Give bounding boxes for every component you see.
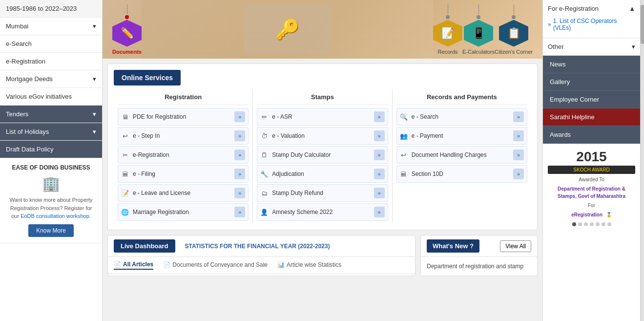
dot-6[interactable] <box>602 222 605 226</box>
dot-2[interactable] <box>578 222 582 226</box>
service-e-registration[interactable]: ✂ e-Registration » <box>118 146 249 164</box>
amnesty-arrow-icon[interactable]: » <box>374 207 385 217</box>
nav-employee-corner[interactable]: Employee Corner <box>543 91 640 108</box>
dot-5[interactable] <box>596 222 600 226</box>
dashboard-tabs: 📄 All Articles 📄 Documents of Conveyance… <box>108 257 415 274</box>
service-e-valuation[interactable]: ⏱ e - Valuation » <box>257 127 388 145</box>
filing-icon: 🏛 <box>121 171 129 178</box>
e-reg-arrow-icon[interactable]: » <box>234 150 245 160</box>
service-stamp-duty-calc[interactable]: 🗒 Stamp Duty Calculator » <box>257 146 388 164</box>
nav-awards[interactable]: Awards <box>543 126 640 144</box>
e-asr-arrow-icon[interactable]: » <box>374 111 385 122</box>
banner-records[interactable]: 📝 Records <box>433 4 462 55</box>
nav-news[interactable]: News <box>543 56 640 73</box>
documents-label: Documents <box>112 49 142 55</box>
services-grid: Registration 🖥 PDE for Registration » ↩ … <box>108 89 537 222</box>
e-valuation-icon: ⏱ <box>260 132 268 140</box>
sidebar-item-e-registration[interactable]: e-Registration <box>0 53 102 70</box>
records-icon: 📝 <box>433 20 462 47</box>
banner-citizens-corner[interactable]: 📋 Citizen's Corner <box>495 4 533 55</box>
e-registration-header[interactable]: For e-Registration ▲ <box>548 5 635 12</box>
citizens-corner-label: Citizen's Corner <box>495 49 533 55</box>
stamp-duty-calc-arrow-icon[interactable]: » <box>374 150 385 160</box>
tab-article-stats[interactable]: 📊 Article wise Statistics <box>277 261 341 270</box>
service-marriage-reg[interactable]: 🌐 Marriage Registration » <box>118 203 249 221</box>
service-e-payment[interactable]: 👥 e - Payment » <box>396 127 527 145</box>
csc-link-arrow-icon: » <box>548 21 551 28</box>
service-e-leave-license[interactable]: 📝 e - Leave and License » <box>118 184 249 202</box>
scrollbar[interactable] <box>640 0 644 321</box>
service-e-filing[interactable]: 🏛 e - Filing » <box>118 165 249 183</box>
service-e-search[interactable]: 🔍 e - Search » <box>396 108 527 126</box>
holidays-arrow-icon: ▾ <box>93 128 96 135</box>
adjudication-arrow-icon[interactable]: » <box>374 169 385 179</box>
sidebar-item-mumbai[interactable]: Mumbai ▾ <box>0 18 102 35</box>
service-section10d[interactable]: 🏛 Section 10D » <box>396 165 527 183</box>
nav-sarathi-helpline[interactable]: Sarathi Helpline <box>543 108 640 126</box>
section10d-arrow-icon[interactable]: » <box>513 169 524 179</box>
sidebar-item-year-range[interactable]: 1985-1986 to 2022–2023 <box>0 0 102 18</box>
registration-heading: Registration <box>118 89 249 105</box>
award-year: 2015 <box>548 149 635 165</box>
e-registration-collapse-icon: ▲ <box>629 5 635 12</box>
service-amnesty[interactable]: 👤 Amnesty Scheme 2022 » <box>257 203 388 221</box>
dot-3[interactable] <box>584 222 588 226</box>
filing-arrow-icon[interactable]: » <box>234 169 245 179</box>
e-valuation-arrow-icon[interactable]: » <box>374 130 385 141</box>
e-payment-arrow-icon[interactable]: » <box>513 130 524 141</box>
leave-license-arrow-icon[interactable]: » <box>234 188 245 198</box>
stamps-column: Stamps ✏ e - ASR » ⏱ e - Valuation » <box>253 89 392 222</box>
sidebar-item-draft-data-policy[interactable]: Draft Data Policy <box>0 141 102 158</box>
dashboard-panel: Live Dashboard STATISTICS FOR THE FINANC… <box>107 235 415 276</box>
service-e-asr[interactable]: ✏ e - ASR » <box>257 108 388 126</box>
view-all-button[interactable]: View All <box>500 240 531 252</box>
tab-docs-conveyance[interactable]: 📄 Documents of Conveyance and Sale <box>163 261 268 270</box>
main-content: ✏️ Documents 🔑 📝 Records 📱 E-Calculators… <box>103 0 542 321</box>
tab-all-articles[interactable]: 📄 All Articles <box>114 261 153 270</box>
dashboard-header: Live Dashboard STATISTICS FOR THE FINANC… <box>108 235 415 257</box>
dot-7[interactable] <box>607 222 611 226</box>
sidebar-item-egov[interactable]: Various eGov initiatives <box>0 88 102 106</box>
all-articles-tab-icon: 📄 <box>114 261 121 268</box>
e-registration-section: For e-Registration ▲ » 1. List of CSC Op… <box>543 0 640 38</box>
step-in-arrow-icon[interactable]: » <box>234 130 245 141</box>
sidebar-item-list-of-holidays[interactable]: List of Holidays ▾ <box>0 123 102 141</box>
doc-handling-arrow-icon[interactable]: » <box>513 150 524 160</box>
whats-new-panel: What's New ? View All Department of regi… <box>420 235 538 276</box>
know-more-button[interactable]: Know More <box>28 224 74 237</box>
sidebar-item-e-search[interactable]: e-Search <box>0 35 102 53</box>
hero-banner: ✏️ Documents 🔑 📝 Records 📱 E-Calculators… <box>103 0 542 59</box>
e-reg-icon: ✂ <box>121 151 129 159</box>
csc-operators-link[interactable]: » 1. List of CSC Operators (VLEs) <box>548 16 635 33</box>
service-stamp-duty-refund[interactable]: 🗂 Stamp Duty Refund » <box>257 184 388 202</box>
award-awarded-to: Awarded To <box>548 176 635 183</box>
pde-arrow-icon[interactable]: » <box>234 111 245 122</box>
eodb-link[interactable]: EoDB consultation workshop. <box>21 213 91 219</box>
dot-4[interactable] <box>590 222 594 226</box>
other-header[interactable]: Other ▾ <box>548 43 635 50</box>
section10d-icon: 🏛 <box>400 171 408 178</box>
marriage-reg-arrow-icon[interactable]: » <box>234 207 245 217</box>
banner-documents[interactable]: ✏️ Documents <box>112 4 142 55</box>
nav-gallery[interactable]: Gallery <box>543 73 640 91</box>
service-pde[interactable]: 🖥 PDE for Registration » <box>118 108 249 126</box>
dot-1[interactable] <box>572 222 576 226</box>
stamp-duty-refund-arrow-icon[interactable]: » <box>374 188 385 198</box>
whats-new-badge: What's New ? <box>427 239 479 253</box>
e-asr-icon: ✏ <box>260 113 268 121</box>
adjudication-icon: 🔧 <box>260 171 268 178</box>
scrollbar-thumb[interactable] <box>641 5 644 44</box>
other-section: Other ▾ <box>543 38 640 56</box>
sidebar-item-tenders[interactable]: Tenders ▾ <box>0 106 102 123</box>
banner-ecalculators[interactable]: 📱 E-Calculators <box>462 4 495 55</box>
ecalculators-label: E-Calculators <box>462 49 495 55</box>
docs-conveyance-tab-icon: 📄 <box>163 261 170 268</box>
service-doc-handling[interactable]: ↩ Document Handling Charges » <box>396 146 527 164</box>
whats-new-header: What's New ? View All <box>421 235 537 257</box>
other-expand-icon: ▾ <box>632 43 635 50</box>
sidebar-item-mortgage-deeds[interactable]: Mortgage Deeds ▾ <box>0 70 102 88</box>
e-search-arrow-icon[interactable]: » <box>513 111 524 122</box>
service-adjudication[interactable]: 🔧 Adjudication » <box>257 165 388 183</box>
service-e-step-in[interactable]: ↩ e - Step In » <box>118 127 249 145</box>
ease-description: Want to know more about Property Registr… <box>6 196 96 220</box>
